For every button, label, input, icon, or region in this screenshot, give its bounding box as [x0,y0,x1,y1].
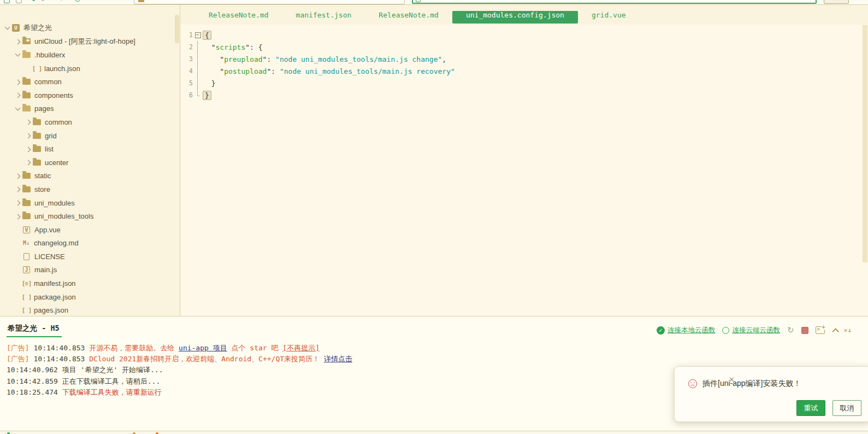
toolbar-button[interactable] [824,0,849,4]
fold-guide [193,77,203,89]
log-text: 开源不易，需要鼓励。去给 [89,344,179,352]
star-icon[interactable]: ✦ [58,0,64,3]
fold-guide [193,65,203,77]
tree-item[interactable]: U希望之光 [0,21,180,35]
tree-item[interactable]: store [0,183,180,196]
collapse-panel-icon[interactable] [832,328,839,335]
editor-scrollbar[interactable] [863,25,867,262]
chevron-down-icon[interactable] [14,105,21,113]
stop-icon[interactable] [801,327,808,334]
refresh-icon[interactable] [74,0,81,2]
chevron-right-icon[interactable] [14,199,21,207]
tree-item-label: static [34,172,51,180]
tree-item[interactable]: uni_modules_tools [0,209,180,223]
log-link[interactable]: uni-app 项目 [179,344,227,352]
tree-item[interactable]: [⚙]manifest.json [0,277,180,290]
close-icon[interactable]: ✕ [729,376,735,384]
chevron-right-icon[interactable] [24,118,32,126]
line-number: 1 [181,31,193,39]
chevron-down-icon[interactable] [3,24,11,32]
tree-item[interactable]: list [0,142,180,156]
connect-local-fn-toggle[interactable]: ✓ 连接本地云函数 [657,326,716,335]
chevron-right-icon[interactable] [24,145,32,153]
folder-icon [22,186,31,192]
tree-item[interactable]: Jmain.js [0,263,180,277]
console-tab[interactable]: 希望之光 - H5 [7,324,62,337]
tab-grid.vue[interactable]: grid.vue [578,11,640,24]
tree-item-label: grid [45,132,57,140]
tab-ReleaseNote.md[interactable]: ReleaseNote.md [365,11,452,24]
chevron-right-icon[interactable] [24,159,32,166]
tree-item[interactable]: M↓changelog.md [0,237,180,250]
fold-collapse-icon[interactable] [193,29,203,41]
folder-icon [22,200,31,206]
tree-item[interactable]: grid [0,129,180,143]
chevron-right-icon[interactable] [24,132,32,139]
retry-button[interactable]: 重试 [796,400,825,416]
tab-ReleaseNote.md[interactable]: ReleaseNote.md [195,11,282,24]
tree-item[interactable]: common [0,115,180,129]
line-number: 5 [181,79,193,87]
log-link[interactable]: 详情点击 [324,355,352,363]
tree-item-label: pages.json [34,306,68,314]
chevron-down-icon[interactable] [14,51,21,58]
tree-item[interactable]: [ ]package.json [0,290,180,304]
chevron-spacer [14,266,21,274]
tree-item-label: store [34,185,50,193]
project-address-box[interactable] [134,0,405,4]
chevron-spacer [14,307,21,314]
code-line: 3 "preupload": "node uni_modules_tools/m… [181,53,868,65]
chevron-right-icon[interactable] [14,213,21,220]
connect-cloud-fn-toggle[interactable]: 连接云端云函数 [722,326,780,335]
log-line: [广告] 10:14:40.853 DCloud 2021新春招聘开启，欢迎前端… [7,354,868,365]
chevron-right-icon[interactable] [14,185,21,193]
log-line: [广告] 10:14:40.853 开源不易，需要鼓励。去给 uni-app 项… [7,343,868,354]
file-icon [23,253,29,260]
save-icon[interactable] [16,0,22,3]
chevron-right-icon[interactable] [14,78,21,86]
code-line: 5 } [181,77,868,89]
tab-uni_modules.config.json[interactable]: uni_modules.config.json [452,11,578,24]
chevron-right-icon[interactable] [14,38,21,45]
chevron-right-icon[interactable] [14,172,21,180]
tree-item-label: uniCloud - [阿里云:light-of-hope] [34,37,135,46]
cancel-button[interactable]: 取消 [832,400,861,416]
search-box[interactable] [412,0,817,4]
chevron-right-icon[interactable] [14,91,21,99]
tree-item[interactable]: common [0,75,180,89]
tree-item-label: list [45,145,54,153]
log-link[interactable]: [不再提示] [282,344,320,352]
code-text: { [203,31,211,39]
chevron-spacer [14,226,21,233]
tree-item-label: .hbuilderx [34,51,65,59]
folder-open-icon [22,52,31,58]
chevron-spacer [14,253,21,260]
chevron-spacer [24,64,32,72]
sidebar-scrollbar[interactable] [175,15,179,43]
tree-item[interactable]: [ ]launch.json [0,62,180,75]
code-editor[interactable]: 1{2 "scripts": {3 "preupload": "node uni… [181,25,868,101]
restart-icon[interactable]: ↻ [787,325,794,335]
tree-item[interactable]: components [0,89,180,102]
popup-message: 插件[uni-app编译]安装失败！ [702,379,801,389]
tree-item[interactable]: .hbuilderx [0,48,180,62]
tab-manifest.json[interactable]: manifest.json [282,11,365,24]
tree-item[interactable]: ucenter [0,156,180,169]
new-terminal-icon[interactable] [816,326,825,334]
tree-item-label: main.js [34,266,57,274]
tree-item[interactable]: pages [0,102,180,116]
tree-item[interactable]: VApp.vue [0,223,180,237]
code-line: 6} [181,89,868,101]
tree-item-label: launch.json [44,64,80,73]
fold-guide [193,41,203,53]
tree-item[interactable]: static [0,169,180,183]
tree-item[interactable]: uniCloud - [阿里云:light-of-hope] [0,35,180,49]
connect-cloud-fn-label: 连接云端云函数 [732,326,780,335]
new-file-icon[interactable] [4,0,10,3]
tree-item[interactable]: [ ]pages.json [0,303,180,316]
tree-item[interactable]: LICENSE [0,250,180,263]
tree-item[interactable]: uni_modules [0,196,180,210]
clear-log-icon[interactable]: ✕↓ [844,326,852,334]
forward-icon[interactable]: > [42,0,46,4]
back-icon[interactable]: < [30,0,35,4]
